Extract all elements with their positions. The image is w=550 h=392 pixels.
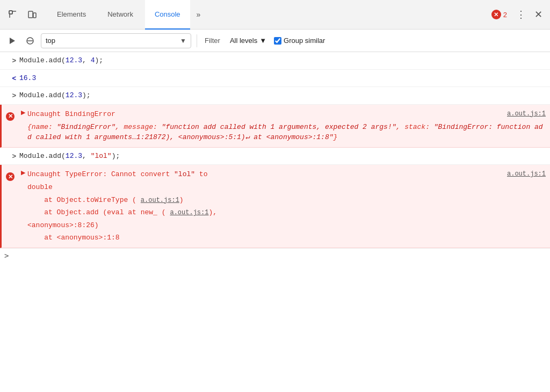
console-input[interactable] xyxy=(13,252,546,260)
expand-arrow-2[interactable]: ▶ xyxy=(21,169,25,176)
devtools-menu-btn[interactable]: ⋮ xyxy=(513,7,529,22)
device-icon xyxy=(27,10,37,19)
error-header-row-4: ✕ ▶ Uncaught BindingError a.out.js:1 xyxy=(2,108,546,121)
error-body-1: {name: "BindingError", message: "functio… xyxy=(2,121,546,144)
row-content-2: 16.3 xyxy=(19,72,546,85)
row-content-5: Module.add(12.3, "lol"); xyxy=(19,150,546,163)
tab-bar: Elements Network Console » ✕ 2 ⋮ ✕ xyxy=(0,0,550,30)
error-icon-1: ✕ xyxy=(6,112,15,121)
row-gutter-3: > xyxy=(0,89,19,99)
devtools-close-btn[interactable]: ✕ xyxy=(531,7,546,22)
inspect-icon-btn[interactable] xyxy=(4,6,21,23)
device-toggle-btn[interactable] xyxy=(24,6,41,23)
row-gutter-2: < xyxy=(0,72,19,82)
devtools-icons xyxy=(4,6,41,23)
levels-arrow-icon: ▼ xyxy=(259,37,266,45)
error-towire-link[interactable]: a.out.js:1 xyxy=(136,197,179,204)
error-header-row-6: ✕ ▶ Uncaught TypeError: Cannot convert "… xyxy=(2,168,546,181)
svg-rect-0 xyxy=(9,11,12,14)
console-row-5: > Module.add(12.3, "lol"); xyxy=(0,148,550,165)
clear-console-btn[interactable] xyxy=(23,33,38,48)
error-add-link[interactable]: a.out.js:1 xyxy=(165,209,208,216)
error-body-2: double at Object.toWireType (a.out.js:1)… xyxy=(2,181,217,244)
tab-console[interactable]: Console xyxy=(145,0,190,30)
console-row-4: ✕ ▶ Uncaught BindingError a.out.js:1 {na… xyxy=(0,105,550,148)
console-row-3: > Module.add(12.3); xyxy=(0,87,550,105)
console-prompt-row: > xyxy=(0,248,550,263)
inspect-icon xyxy=(8,10,18,19)
console-row-2: < 16.3 xyxy=(0,70,550,88)
console-row-6: ✕ ▶ Uncaught TypeError: Cannot convert "… xyxy=(0,165,550,248)
console-output: > Module.add(12.3, 4); < 16.3 > Module.a… xyxy=(0,52,550,392)
error-x-icon: ✕ xyxy=(494,11,498,18)
context-arrow-icon: ▼ xyxy=(180,37,186,45)
input-indicator-1: > xyxy=(12,56,16,64)
console-row-1: > Module.add(12.3, 4); xyxy=(0,52,550,70)
row-gutter-6: ✕ xyxy=(2,169,21,181)
error-circle: ✕ xyxy=(491,10,501,19)
play-console-btn[interactable] xyxy=(4,33,19,48)
row-content-3: Module.add(12.3); xyxy=(19,89,546,102)
error-title-1: Uncaught BindingError a.out.js:1 xyxy=(27,108,546,121)
group-similar-toggle[interactable]: Group similar xyxy=(274,37,325,45)
levels-dropdown[interactable]: All levels ▼ xyxy=(226,33,271,48)
prompt-caret: > xyxy=(4,251,9,260)
svg-marker-4 xyxy=(10,38,15,44)
error-count: 2 xyxy=(503,11,507,19)
svg-rect-1 xyxy=(9,11,12,14)
row-gutter-1: > xyxy=(0,54,19,64)
console-toolbar: top ▼ Filter All levels ▼ Group similar xyxy=(0,30,550,52)
svg-rect-2 xyxy=(28,11,33,18)
toolbar-divider xyxy=(197,34,197,47)
error-icon-2: ✕ xyxy=(6,172,15,181)
error-source-1[interactable]: a.out.js:1 xyxy=(503,109,546,119)
tab-network[interactable]: Network xyxy=(98,0,143,30)
group-similar-checkbox[interactable] xyxy=(274,37,281,45)
output-indicator-2: < xyxy=(12,74,16,82)
error-source-2[interactable]: a.out.js:1 xyxy=(503,169,546,179)
row-gutter-5: > xyxy=(0,150,19,160)
tab-elements[interactable]: Elements xyxy=(47,0,96,30)
no-icon xyxy=(26,37,34,45)
group-similar-label: Group similar xyxy=(284,37,325,45)
input-indicator-3: > xyxy=(12,91,16,99)
filter-label: Filter xyxy=(202,37,222,45)
svg-rect-3 xyxy=(33,13,36,18)
error-title-2: Uncaught TypeError: Cannot convert "lol"… xyxy=(27,168,546,181)
context-value: top xyxy=(46,37,55,45)
play-icon xyxy=(8,37,16,45)
levels-label: All levels xyxy=(230,37,257,45)
error-badge: ✕ 2 xyxy=(491,10,507,19)
expand-arrow-1[interactable]: ▶ xyxy=(21,109,25,116)
context-selector[interactable]: top ▼ xyxy=(41,33,191,48)
input-indicator-5: > xyxy=(12,152,16,160)
tab-more[interactable]: » xyxy=(192,10,205,19)
row-content-1: Module.add(12.3, 4); xyxy=(19,54,546,67)
row-gutter-4: ✕ xyxy=(2,109,21,121)
